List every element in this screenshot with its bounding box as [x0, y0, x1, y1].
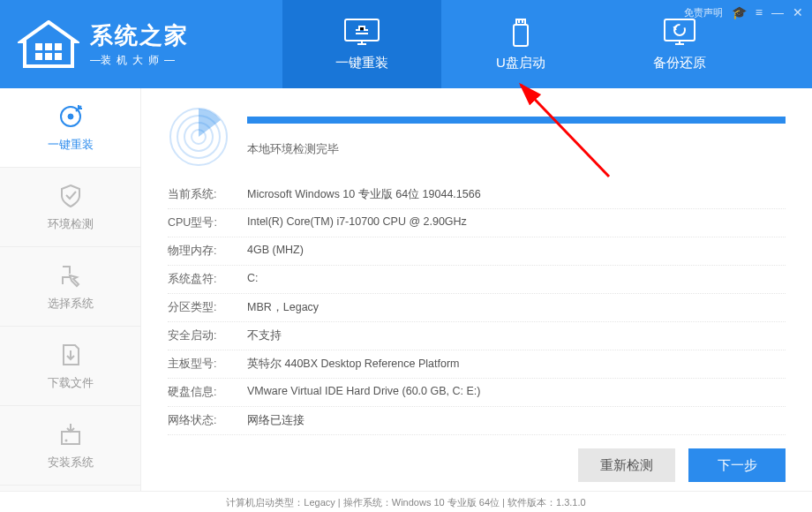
svg-rect-5 [55, 53, 62, 60]
sidebar-item-download[interactable]: 下载文件 [0, 327, 140, 406]
select-icon [57, 262, 84, 289]
logo-title: 系统之家 [90, 20, 189, 51]
svg-rect-10 [522, 20, 523, 23]
info-row: 当前系统:Microsoft Windows 10 专业版 64位 19044.… [168, 181, 786, 209]
svg-rect-4 [45, 53, 52, 60]
sidebar-item-select-system[interactable]: 选择系统 [0, 247, 140, 327]
sidebar-label: 一键重装 [48, 137, 94, 153]
svg-point-16 [64, 439, 67, 441]
sidebar-label: 选择系统 [48, 296, 94, 312]
info-label: 系统盘符: [168, 272, 238, 287]
svg-rect-8 [514, 25, 528, 46]
info-list: 当前系统:Microsoft Windows 10 专业版 64位 19044.… [168, 181, 786, 444]
info-label: 硬盘信息: [168, 385, 238, 400]
info-value: 网络已连接 [238, 413, 786, 428]
next-button[interactable]: 下一步 [688, 448, 786, 482]
sidebar-label: 下载文件 [48, 375, 94, 391]
minimize-button[interactable]: — [771, 5, 784, 19]
sidebar-label: 环境检测 [48, 216, 94, 232]
body: 一键重装 环境检测 选择系统 下载文件 安装系统 [0, 88, 812, 491]
info-label: CPU型号: [168, 215, 238, 230]
sidebar: 一键重装 环境检测 选择系统 下载文件 安装系统 [0, 88, 141, 491]
progress-text: 本地环境检测完毕 [247, 141, 786, 157]
install-icon [57, 421, 84, 448]
info-label: 网络状态: [168, 413, 238, 428]
sidebar-item-install[interactable]: 安装系统 [0, 406, 140, 486]
scan-row: 本地环境检测完毕 [168, 106, 786, 168]
target-icon [57, 103, 84, 130]
tab-label: U盘启动 [496, 55, 545, 72]
tab-usb-boot[interactable]: U盘启动 [441, 0, 600, 88]
content: 本地环境检测完毕 当前系统:Microsoft Windows 10 专业版 6… [141, 88, 812, 491]
info-row: 网络状态:网络已连接 [168, 407, 786, 435]
sidebar-label: 安装系统 [48, 455, 94, 471]
info-row: 系统盘符:C: [168, 266, 786, 294]
info-label: 当前系统: [168, 187, 238, 202]
shield-check-icon [57, 183, 84, 209]
svg-point-14 [68, 114, 73, 119]
restore-icon [661, 18, 698, 48]
svg-rect-15 [62, 432, 79, 444]
info-value: Microsoft Windows 10 专业版 64位 19044.1566 [238, 187, 786, 202]
svg-rect-1 [45, 43, 52, 50]
svg-rect-9 [518, 20, 520, 23]
tab-label: 一键重装 [335, 55, 388, 72]
sidebar-item-reinstall[interactable]: 一键重装 [0, 88, 140, 168]
info-label: 安全启动: [168, 328, 238, 343]
header: 系统之家 装机大师 一键重装 U盘启动 备份还原 免责声明 🎓 ≡ — ✕ [0, 0, 812, 88]
progress-bar [247, 117, 786, 124]
tab-label: 备份还原 [653, 55, 706, 72]
retest-button[interactable]: 重新检测 [578, 448, 675, 482]
info-value: C: [238, 272, 786, 287]
info-value: 4GB (MHZ) [238, 244, 786, 259]
sidebar-item-env-check[interactable]: 环境检测 [0, 168, 140, 247]
info-value: 英特尔 440BX Desktop Reference Platform [238, 357, 786, 372]
info-row: 分区类型:MBR，Legacy [168, 294, 786, 322]
info-value: MBR，Legacy [238, 300, 786, 315]
svg-rect-11 [665, 19, 695, 41]
usb-icon [502, 18, 539, 48]
info-row: 安全启动:不支持 [168, 322, 786, 350]
close-button[interactable]: ✕ [793, 5, 803, 19]
action-row: 重新检测 下一步 [168, 448, 786, 482]
info-value: VMware Virtual IDE Hard Drive (60.0 GB, … [238, 385, 786, 400]
logo-area: 系统之家 装机大师 [0, 0, 282, 88]
svg-rect-2 [55, 43, 62, 50]
logo-house-icon [18, 20, 79, 69]
svg-rect-0 [35, 43, 42, 50]
download-icon [57, 342, 84, 368]
menu-icon[interactable]: ≡ [756, 5, 763, 19]
info-row: CPU型号:Intel(R) Core(TM) i7-10700 CPU @ 2… [168, 209, 786, 237]
radar-icon [168, 106, 229, 168]
statusbar: 计算机启动类型：Legacy | 操作系统：Windows 10 专业版 64位… [0, 491, 812, 512]
info-label: 物理内存: [168, 244, 238, 259]
info-value: 不支持 [238, 328, 786, 343]
graduation-icon[interactable]: 🎓 [732, 5, 747, 19]
svg-rect-3 [35, 53, 42, 60]
info-row: 硬盘信息:VMware Virtual IDE Hard Drive (60.0… [168, 379, 786, 407]
info-label: 分区类型: [168, 300, 238, 315]
monitor-icon [343, 18, 380, 48]
disclaimer-link[interactable]: 免责声明 [684, 6, 723, 19]
tab-reinstall[interactable]: 一键重装 [282, 0, 441, 88]
info-value: Intel(R) Core(TM) i7-10700 CPU @ 2.90GHz [238, 215, 786, 230]
title-controls: 免责声明 🎓 ≡ — ✕ [684, 5, 803, 19]
info-row: 物理内存:4GB (MHZ) [168, 237, 786, 266]
info-row: 主板型号:英特尔 440BX Desktop Reference Platfor… [168, 350, 786, 379]
info-label: 主板型号: [168, 357, 238, 372]
logo-subtitle: 装机大师 [90, 53, 189, 68]
